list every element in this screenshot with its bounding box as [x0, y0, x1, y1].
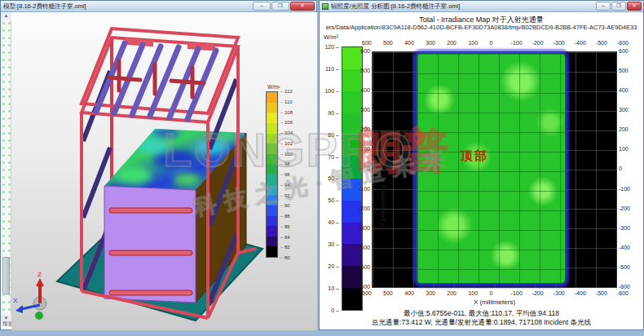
restore-button[interactable]: ❐	[271, 2, 289, 11]
plot-annotation: 顶部	[461, 148, 488, 164]
x-axis-ticks-bottom: 6005004003002001000-100-200-300-400-500-…	[367, 290, 622, 298]
colorbar-tick-labels: 1201101009080706050403020100	[320, 44, 339, 313]
y-axis-ticks-left: 6005004003002001000-100-200-300-400-500-…	[352, 48, 370, 290]
analysis-window-icon	[322, 3, 329, 10]
illuminated-region	[417, 54, 565, 283]
cage-top-rim	[82, 29, 238, 122]
model-colorbar: W/m² 11211010810610410210098969492908886…	[266, 84, 316, 260]
x-axis-label: X (millimeters)	[367, 298, 622, 306]
model-window-titlebar[interactable]: 模型:[8.16-2费特糖注子室.oml] – ❐ ✕	[1, 1, 316, 12]
irradiance-plot-area[interactable]: 顶部 Y (millimeters)	[372, 51, 617, 288]
irradiance-chart: Total - Irradiance Map 对于入射光通量 ers/Data/…	[320, 12, 643, 329]
minimize-button[interactable]: –	[596, 2, 611, 11]
model-colorbar-gradient	[266, 91, 278, 258]
scrollbar-thumb[interactable]	[2, 257, 10, 294]
close-button[interactable]: ✕	[290, 2, 315, 11]
model-colorbar-ticks: 1121101081061041021009896949290888684828…	[280, 89, 293, 260]
irradiance-map-window: 辐照度/光照度 分析图:[8.16-2费特糖注子室.oml] – ❐ ✕ Tot…	[319, 0, 644, 330]
close-button[interactable]: ✕	[627, 2, 642, 11]
colorbar-unit-label: W/m²	[324, 33, 338, 41]
box-front-face	[104, 186, 196, 303]
x-axis-ticks-top: 6005004003002001000-100-200-300-400-500-…	[367, 40, 622, 47]
chart-subtitle-path: ers/Data/Application/83C9A118-D562-410D-…	[320, 24, 643, 31]
stats-line-2: 总光通量:73.412 W, 光通量/发射光通量:0.1894, 717108 …	[320, 318, 643, 328]
map-window-titlebar[interactable]: 辐照度/光照度 分析图:[8.16-2费特糖注子室.oml] – ❐ ✕	[320, 1, 643, 12]
axis-z-label: Z	[37, 271, 42, 278]
map-window-title: 辐照度/光照度 分析图:[8.16-2费特糖注子室.oml]	[331, 2, 460, 11]
model-tree-scrollbar[interactable]: ▲ ▼	[1, 12, 11, 322]
restore-button[interactable]: ❐	[611, 2, 626, 11]
model-3d-viewport[interactable]: Z X W/m² 1121101081061041021009896949290…	[11, 12, 317, 330]
y-axis-ticks-right: 6005004003002001000-100-200-300-400-500-…	[619, 48, 637, 290]
axis-triad: Z X	[13, 271, 46, 320]
scroll-up-icon[interactable]: ▲	[1, 12, 11, 20]
y-axis-label: Y (millimeters)	[379, 100, 386, 312]
model-window: 模型:[8.16-2费特糖注子室.oml] – ❐ ✕ ▲ ▼ 报告	[0, 0, 317, 330]
axis-x-label: X	[13, 297, 18, 304]
minimize-button[interactable]: –	[253, 2, 271, 11]
model-window-title: 模型:[8.16-2费特糖注子室.oml]	[3, 2, 86, 11]
